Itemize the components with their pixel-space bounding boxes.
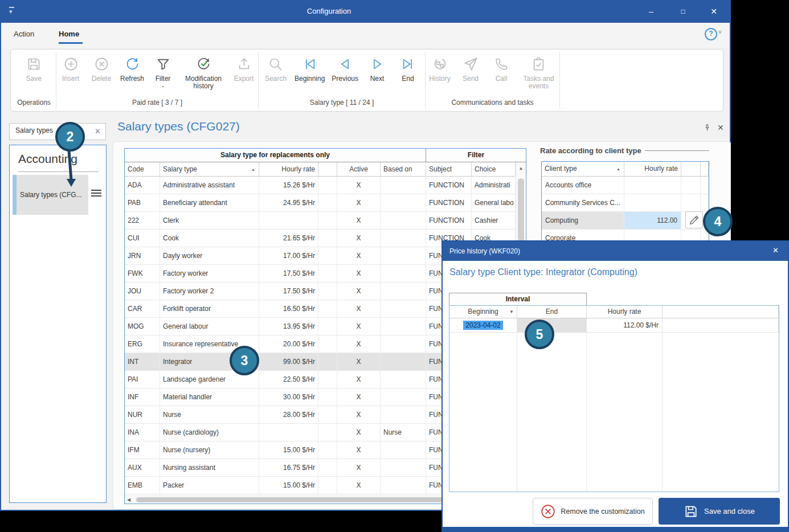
cell-code: ERG bbox=[125, 335, 160, 353]
tab-home[interactable]: Home bbox=[59, 30, 79, 38]
ribbon-item-modification-history[interactable]: Modification history bbox=[179, 55, 227, 91]
history-icon bbox=[432, 56, 448, 73]
close-button[interactable]: ✕ bbox=[705, 5, 722, 18]
pin-icon[interactable] bbox=[703, 124, 712, 134]
selected-date-value[interactable]: 2023-04-02 bbox=[463, 321, 502, 330]
refresh-icon bbox=[125, 56, 140, 73]
price-column-header-end[interactable]: End bbox=[517, 306, 587, 318]
ribbon-item-label: Save bbox=[26, 75, 42, 83]
ribbon-item-previous[interactable]: Previous bbox=[329, 55, 361, 84]
table-row-222[interactable]: 222ClerkXFUNCTIONCashier bbox=[125, 212, 526, 230]
ribbon-item-history[interactable]: History bbox=[426, 55, 454, 84]
column-header-blank[interactable] bbox=[318, 162, 337, 177]
cell-blank bbox=[318, 353, 337, 371]
edit-rate-button[interactable] bbox=[685, 211, 703, 228]
grid-empty-area bbox=[449, 333, 779, 492]
skip-start-icon bbox=[302, 56, 317, 73]
table-row-pab[interactable]: PABBeneficiary attendant24.95 $/HrXFUNCT… bbox=[125, 194, 526, 212]
minimize-button[interactable]: – bbox=[643, 5, 660, 18]
ribbon-item-end[interactable]: End bbox=[394, 55, 422, 84]
column-header-based-on[interactable]: Based on bbox=[381, 162, 426, 177]
column-header-active[interactable]: Active bbox=[337, 162, 381, 177]
cell-based-on bbox=[381, 194, 426, 212]
table-row-ada[interactable]: ADAAdministrative assistant15.26 $/HrXFU… bbox=[125, 177, 526, 194]
ribbon-item-export[interactable]: Export bbox=[230, 55, 258, 84]
cell-based-on bbox=[381, 230, 426, 247]
column-header-subject[interactable]: Subject bbox=[426, 162, 472, 177]
rate-column-header-blank[interactable] bbox=[681, 162, 701, 177]
ribbon-item-save[interactable]: Save bbox=[20, 55, 48, 84]
ribbon-tab-row: Action Home ? ˅ bbox=[1, 23, 730, 48]
cell-active: X bbox=[337, 424, 381, 441]
remove-customization-button[interactable]: Remove the customization bbox=[533, 498, 653, 525]
cell-hourly-rate bbox=[701, 177, 709, 194]
rate-row-computing[interactable]: Computing112.00 bbox=[542, 212, 709, 230]
interval-group-header: Interval bbox=[449, 293, 587, 306]
active-tab-underline bbox=[59, 42, 83, 44]
help-icon[interactable]: ? bbox=[705, 28, 717, 40]
chevron-down-icon[interactable]: ˅ bbox=[718, 29, 722, 35]
pencil-icon bbox=[688, 214, 701, 226]
ribbon-item-refresh[interactable]: Refresh bbox=[118, 55, 146, 84]
ribbon-item-delete[interactable]: Delete bbox=[87, 55, 116, 84]
close-panel-icon[interactable]: ✕ bbox=[717, 123, 724, 132]
price-column-header-beginning[interactable]: Beginning▼ bbox=[449, 306, 517, 318]
cell-subject: FUNCTION bbox=[426, 194, 472, 212]
call-icon bbox=[494, 56, 509, 73]
cell-beginning-date[interactable]: 2023-04-02 bbox=[449, 318, 517, 333]
column-header-code[interactable]: Code bbox=[125, 162, 160, 177]
cell-active: X bbox=[337, 283, 381, 300]
scroll-up-icon[interactable]: ▲ bbox=[516, 162, 526, 171]
tab-action[interactable]: Action bbox=[14, 30, 34, 38]
export-icon bbox=[236, 56, 252, 73]
column-header-hourly-rate[interactable]: Hourly rate bbox=[259, 162, 318, 177]
ribbon-item-label: Call bbox=[496, 75, 508, 83]
cell-code: ADA bbox=[125, 177, 160, 194]
maximize-button[interactable]: □ bbox=[674, 5, 692, 18]
rate-table-headers: Client type▲Hourly rate bbox=[542, 162, 709, 177]
cell-active: X bbox=[337, 441, 381, 459]
ribbon-item-filter[interactable]: Filter⌄ bbox=[149, 55, 177, 89]
cell-active: X bbox=[337, 388, 381, 406]
ribbon-item-label: End bbox=[402, 75, 414, 83]
titlebar[interactable]: ▾ Configuration – □ ✕ bbox=[0, 0, 731, 23]
ribbon-item-label: Filter bbox=[156, 75, 171, 83]
cell-active: X bbox=[337, 230, 381, 247]
scroll-left-icon[interactable]: ◀ bbox=[127, 497, 130, 502]
price-column-header-hourly-rate[interactable]: Hourly rate bbox=[587, 306, 663, 318]
dialog-titlebar[interactable]: Price history (WKF020) ✕ bbox=[443, 242, 788, 261]
price-column-header-blank[interactable] bbox=[663, 306, 779, 318]
ribbon-item-insert[interactable]: Insert bbox=[56, 55, 85, 84]
ribbon-item-beginning[interactable]: Beginning bbox=[292, 55, 327, 84]
cell-code: EMB bbox=[125, 477, 160, 494]
ribbon-item-search[interactable]: Search bbox=[261, 55, 290, 84]
rate-row-community-services-c[interactable]: Community Services C... bbox=[542, 194, 709, 212]
cell-active: X bbox=[337, 335, 381, 353]
dialog-close-icon[interactable]: ✕ bbox=[772, 246, 779, 255]
rate-column-header-blank[interactable] bbox=[701, 162, 709, 177]
rate-row-accounts-office[interactable]: Accounts office bbox=[542, 177, 709, 194]
ribbon-item-send[interactable]: Send bbox=[456, 55, 485, 84]
ribbon-item-next[interactable]: Next bbox=[363, 55, 391, 84]
rate-table: Client type▲Hourly rate Accounts officeC… bbox=[541, 161, 709, 248]
cell-based-on bbox=[381, 283, 426, 300]
ribbon-item-call[interactable]: Call bbox=[487, 55, 516, 84]
grid-column-headers: CodeSalary type▲Hourly rateActiveBased o… bbox=[125, 162, 526, 177]
cell-active: X bbox=[337, 353, 381, 371]
rate-column-header-hourly-rate[interactable]: Hourly rate bbox=[624, 162, 681, 177]
cell-salary-type: Nursing assistant bbox=[160, 459, 259, 477]
rate-column-header-client-type[interactable]: Client type▲ bbox=[542, 162, 624, 177]
column-header-salary-type[interactable]: Salary type▲ bbox=[160, 162, 259, 177]
ribbon-item-tasks-and-events[interactable]: Tasks and events bbox=[518, 55, 559, 91]
cell-code: PAB bbox=[125, 194, 160, 212]
cell-subject: FUNCTION bbox=[426, 177, 472, 194]
clear-search-icon[interactable]: ✕ bbox=[95, 127, 101, 136]
column-header-choice[interactable]: Choice bbox=[472, 162, 516, 177]
rate-table-body: Accounts officeCommunity Services C...Co… bbox=[542, 177, 709, 247]
cell-salary-type: Factory worker bbox=[160, 265, 259, 283]
menu-icon[interactable] bbox=[91, 190, 101, 198]
save-and-close-button[interactable]: Save and close bbox=[659, 498, 780, 525]
price-history-row[interactable]: 2023-04-02112.00 $/Hr bbox=[449, 318, 779, 333]
cell-code: CUI bbox=[125, 230, 160, 247]
cell-based-on bbox=[381, 247, 426, 265]
